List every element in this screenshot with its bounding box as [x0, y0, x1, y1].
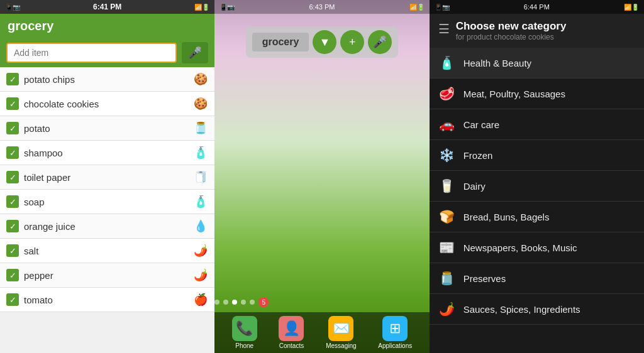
list-item[interactable]: ✓ salt 🌶️: [0, 239, 214, 263]
list-item[interactable]: ✓ tomato 🍎: [0, 288, 214, 312]
item-icon: 🌶️: [193, 244, 208, 258]
status-bar-3: 📱📷 6:44 PM 📶🔋: [430, 0, 644, 14]
dock: 📞 Phone 👤 Contacts ✉️ Messaging ⊞ Applic…: [214, 312, 429, 353]
dock-item[interactable]: 👤 Contacts: [279, 316, 304, 349]
list-item[interactable]: ✓ pepper 🌶️: [0, 263, 214, 288]
category-subtitle: for product chocolate cookies: [456, 33, 567, 41]
category-item[interactable]: 🥩 Meat, Poultry, Sausages: [430, 79, 644, 109]
item-name: potato chips: [24, 74, 188, 85]
item-checkbox[interactable]: ✓: [6, 122, 19, 134]
item-icon: 🧴: [193, 146, 208, 160]
item-name: toilet paper: [24, 172, 188, 183]
widget-label: grocery: [252, 33, 309, 52]
item-checkbox[interactable]: ✓: [6, 293, 19, 306]
dock-label: Applications: [378, 342, 412, 349]
category-name: Frozen: [464, 150, 493, 161]
category-item[interactable]: ❄️ Frozen: [430, 140, 644, 171]
dock-item[interactable]: ⊞ Applications: [378, 316, 412, 349]
category-icon: 🥩: [438, 86, 456, 101]
item-checkbox[interactable]: ✓: [6, 269, 19, 281]
category-icon: ❄️: [438, 148, 456, 163]
list-item[interactable]: ✓ potato 🫙: [0, 116, 214, 141]
p3-icons-right: 📶🔋: [624, 4, 639, 11]
category-name: Meat, Poultry, Sausages: [464, 89, 565, 99]
item-checkbox[interactable]: ✓: [6, 73, 19, 85]
item-checkbox[interactable]: ✓: [6, 146, 19, 159]
status-icons-left: 📱📷: [5, 4, 20, 11]
item-checkbox[interactable]: ✓: [6, 97, 19, 110]
item-checkbox[interactable]: ✓: [6, 195, 19, 208]
category-item[interactable]: 🧴 Health & Beauty: [430, 48, 644, 79]
item-icon: 🧴: [193, 195, 208, 209]
p2-icons-left: 📱📷: [219, 4, 235, 11]
list-item[interactable]: ✓ orange juice 💧: [0, 214, 214, 239]
time-3: 6:44 PM: [524, 3, 550, 11]
page-dot[interactable]: [232, 300, 237, 305]
category-name: Health & Beauty: [464, 58, 531, 68]
homescreen-panel: 📱📷 6:43 PM 📶🔋 grocery ▼ + 🎤 5 📞 Phone 👤 …: [214, 0, 429, 353]
app-title: grocery: [0, 14, 214, 38]
page-dot[interactable]: [223, 300, 228, 305]
p2-icons-right: 📶🔋: [409, 4, 425, 11]
category-name: Newspapers, Books, Music: [464, 242, 577, 253]
p3-icons-left: 📱📷: [435, 4, 450, 11]
category-icon: 🚗: [438, 117, 456, 132]
dock-label: Messaging: [326, 342, 356, 349]
dock-item[interactable]: ✉️ Messaging: [326, 316, 356, 349]
status-bar-2: 📱📷 6:43 PM 📶🔋: [214, 0, 429, 14]
item-icon: 🌶️: [193, 268, 208, 282]
category-item[interactable]: 🌶️ Sauces, Spices, Ingredients: [430, 294, 644, 325]
page-dot[interactable]: [250, 300, 255, 305]
list-item[interactable]: ✓ shampoo 🧴: [0, 141, 214, 165]
dock-icon: ⊞: [382, 316, 408, 341]
item-checkbox[interactable]: ✓: [6, 244, 19, 257]
page-dot[interactable]: [241, 300, 246, 305]
category-list: 🧴 Health & Beauty 🥩 Meat, Poultry, Sausa…: [430, 48, 644, 353]
search-bar: 🎤: [0, 38, 214, 67]
grocery-list: ✓ potato chips 🍪 ✓ chocolate cookies 🍪 ✓…: [0, 67, 214, 353]
category-item[interactable]: 🥛 Dairy: [430, 171, 644, 202]
dock-icon: 📞: [232, 316, 257, 341]
category-header: ☰ Choose new category for product chocol…: [430, 14, 644, 48]
category-icon: 🥛: [438, 178, 456, 193]
time-1: 6:41 PM: [93, 3, 121, 11]
dock-label: Contacts: [279, 342, 304, 349]
list-item[interactable]: ✓ soap 🧴: [0, 190, 214, 214]
item-name: orange juice: [24, 221, 188, 232]
item-icon: 🍎: [193, 293, 208, 307]
list-item[interactable]: ✓ potato chips 🍪: [0, 67, 214, 92]
item-name: pepper: [24, 270, 188, 281]
notification-badge: 5: [258, 297, 269, 307]
add-item-input[interactable]: [6, 43, 177, 63]
dock-item[interactable]: 📞 Phone: [232, 316, 257, 349]
status-icons-right: 📶🔋: [194, 4, 209, 11]
category-name: Dairy: [464, 181, 486, 192]
category-item[interactable]: 🚗 Car care: [430, 109, 644, 140]
dock-icon: 👤: [279, 316, 304, 341]
dock-icon: ✉️: [328, 316, 353, 341]
category-item[interactable]: 📰 Newspapers, Books, Music: [430, 232, 644, 263]
widget-mic-btn[interactable]: 🎤: [368, 30, 392, 54]
list-item[interactable]: ✓ chocolate cookies 🍪: [0, 92, 214, 116]
time-2: 6:43 PM: [309, 3, 335, 11]
item-checkbox[interactable]: ✓: [6, 220, 19, 232]
list-item[interactable]: ✓ toilet paper 🧻: [0, 165, 214, 190]
grocery-widget[interactable]: grocery ▼ + 🎤: [246, 26, 399, 58]
category-item[interactable]: 🍞 Bread, Buns, Bagels: [430, 202, 644, 232]
item-icon: 🧻: [193, 170, 208, 184]
category-title: Choose new category: [456, 20, 567, 33]
category-icon: 🍞: [438, 209, 456, 224]
item-icon: 💧: [193, 219, 208, 233]
category-item[interactable]: 🫙 Preserves: [430, 263, 644, 294]
category-name: Bread, Buns, Bagels: [464, 212, 550, 222]
widget-dropdown-btn[interactable]: ▼: [313, 30, 336, 54]
category-chooser-panel: 📱📷 6:44 PM 📶🔋 ☰ Choose new category for …: [430, 0, 644, 353]
page-dot[interactable]: [214, 300, 219, 305]
item-name: potato: [24, 123, 188, 134]
mic-button[interactable]: 🎤: [182, 42, 208, 63]
category-name: Sauces, Spices, Ingredients: [464, 304, 580, 315]
item-checkbox[interactable]: ✓: [6, 171, 19, 183]
widget-add-btn[interactable]: +: [340, 30, 364, 54]
grocery-list-panel: 📱📷 6:41 PM 📶🔋 grocery 🎤 ✓ potato chips 🍪…: [0, 0, 214, 353]
category-icon: 🫙: [438, 271, 456, 286]
